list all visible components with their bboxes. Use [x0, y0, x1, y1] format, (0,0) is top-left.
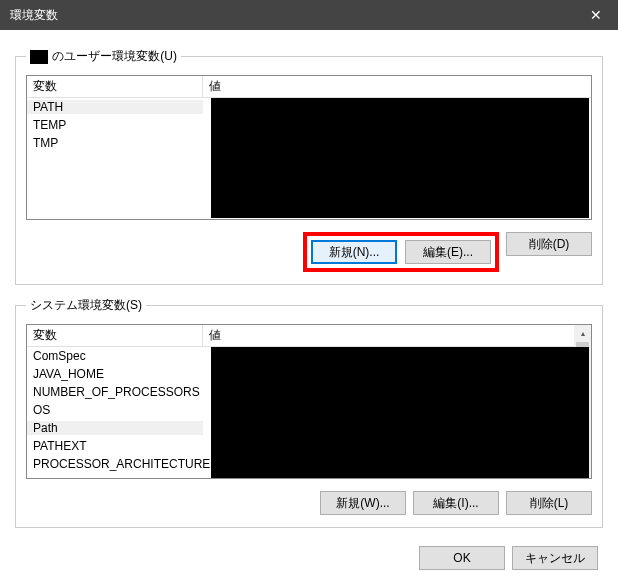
close-button[interactable]: ✕: [573, 0, 618, 30]
variable-name: Path: [27, 421, 203, 435]
variable-name: PATHEXT: [27, 439, 203, 453]
variable-name: OS: [27, 403, 203, 417]
user-legend: のユーザー環境変数(U): [26, 48, 181, 65]
variable-name: TEMP: [27, 118, 203, 132]
window-title: 環境変数: [10, 7, 58, 24]
redacted-values: [211, 98, 589, 218]
system-legend: システム環境変数(S): [26, 297, 146, 314]
system-button-row: 新規(W)... 編集(I)... 削除(L): [26, 491, 592, 515]
redacted-username: [30, 50, 48, 64]
delete-user-var-button[interactable]: 削除(D): [506, 232, 592, 256]
column-header-value[interactable]: 値: [203, 76, 591, 97]
variable-name: PATH: [27, 100, 203, 114]
edit-system-var-button[interactable]: 編集(I)...: [413, 491, 499, 515]
column-header-variable[interactable]: 変数: [27, 76, 203, 97]
table-header: 変数 値: [27, 325, 591, 347]
variable-name: NUMBER_OF_PROCESSORS: [27, 385, 203, 399]
highlight-annotation: 新規(N)... 編集(E)...: [303, 232, 499, 272]
new-system-var-button[interactable]: 新規(W)...: [320, 491, 406, 515]
close-icon: ✕: [590, 7, 602, 23]
system-variables-group: システム環境変数(S) 変数 値 ▴ ▾ ComSpec JAVA_HOME N…: [15, 297, 603, 528]
dialog-button-row: OK キャンセル: [15, 546, 603, 570]
variable-name: PROCESSOR_ARCHITECTURE: [27, 457, 203, 471]
scroll-up-icon[interactable]: ▴: [574, 325, 591, 342]
variable-name: ComSpec: [27, 349, 203, 363]
ok-button[interactable]: OK: [419, 546, 505, 570]
user-variables-group: のユーザー環境変数(U) 変数 値 PATH TEMP TMP 新規(N)...…: [15, 48, 603, 285]
cancel-button[interactable]: キャンセル: [512, 546, 598, 570]
table-header: 変数 値: [27, 76, 591, 98]
user-button-row: 新規(N)... 編集(E)... 削除(D): [26, 232, 592, 272]
column-header-value[interactable]: 値: [203, 325, 591, 346]
edit-user-var-button[interactable]: 編集(E)...: [405, 240, 491, 264]
user-variables-table[interactable]: 変数 値 PATH TEMP TMP: [26, 75, 592, 220]
column-header-variable[interactable]: 変数: [27, 325, 203, 346]
content-area: のユーザー環境変数(U) 変数 値 PATH TEMP TMP 新規(N)...…: [0, 30, 618, 580]
redacted-values: [211, 347, 589, 478]
variable-name: JAVA_HOME: [27, 367, 203, 381]
system-variables-table[interactable]: 変数 値 ▴ ▾ ComSpec JAVA_HOME NUMBER_OF_PRO…: [26, 324, 592, 479]
delete-system-var-button[interactable]: 削除(L): [506, 491, 592, 515]
new-user-var-button[interactable]: 新規(N)...: [311, 240, 397, 264]
variable-name: TMP: [27, 136, 203, 150]
titlebar: 環境変数 ✕: [0, 0, 618, 30]
